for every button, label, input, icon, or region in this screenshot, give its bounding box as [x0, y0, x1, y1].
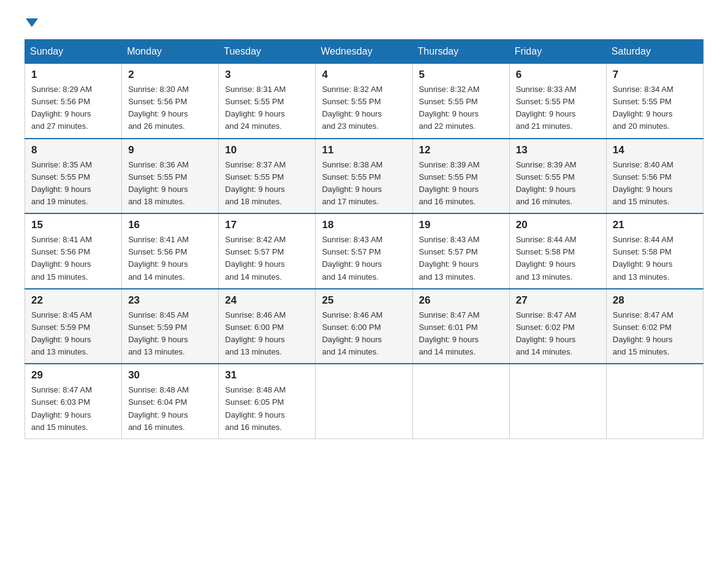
- day-number: 29: [31, 369, 115, 381]
- logo-arrow-icon: [26, 18, 38, 27]
- day-info: Sunrise: 8:47 AMSunset: 6:01 PMDaylight:…: [419, 309, 503, 359]
- weekday-header-wednesday: Wednesday: [316, 40, 412, 64]
- calendar-day-cell: 7Sunrise: 8:34 AMSunset: 5:55 PMDaylight…: [606, 64, 703, 139]
- day-number: 6: [516, 69, 600, 81]
- calendar-day-cell: 5Sunrise: 8:32 AMSunset: 5:55 PMDaylight…: [412, 64, 509, 139]
- weekday-header-row: SundayMondayTuesdayWednesdayThursdayFrid…: [25, 40, 703, 64]
- day-number: 31: [225, 369, 309, 381]
- calendar-day-cell: 13Sunrise: 8:39 AMSunset: 5:55 PMDayligh…: [509, 139, 606, 214]
- day-info: Sunrise: 8:46 AMSunset: 6:00 PMDaylight:…: [322, 309, 406, 359]
- calendar-day-cell: 27Sunrise: 8:47 AMSunset: 6:02 PMDayligh…: [509, 289, 606, 364]
- calendar-day-cell: 24Sunrise: 8:46 AMSunset: 6:00 PMDayligh…: [219, 289, 316, 364]
- calendar-day-cell: 19Sunrise: 8:43 AMSunset: 5:57 PMDayligh…: [412, 213, 509, 289]
- day-info: Sunrise: 8:35 AMSunset: 5:55 PMDaylight:…: [31, 159, 115, 209]
- calendar-day-cell: 23Sunrise: 8:45 AMSunset: 5:59 PMDayligh…: [122, 289, 219, 364]
- calendar-day-cell: 11Sunrise: 8:38 AMSunset: 5:55 PMDayligh…: [316, 139, 412, 214]
- calendar-day-cell: 16Sunrise: 8:41 AMSunset: 5:56 PMDayligh…: [122, 213, 219, 289]
- weekday-header-monday: Monday: [122, 40, 219, 64]
- day-info: Sunrise: 8:41 AMSunset: 5:56 PMDaylight:…: [31, 234, 115, 283]
- calendar-week-row: 8Sunrise: 8:35 AMSunset: 5:55 PMDaylight…: [25, 139, 703, 214]
- day-number: 27: [516, 294, 600, 307]
- day-info: Sunrise: 8:42 AMSunset: 5:57 PMDaylight:…: [225, 234, 309, 283]
- day-number: 24: [225, 294, 309, 307]
- day-number: 22: [31, 294, 115, 307]
- calendar-day-cell: 8Sunrise: 8:35 AMSunset: 5:55 PMDaylight…: [25, 139, 122, 214]
- day-info: Sunrise: 8:33 AMSunset: 5:55 PMDaylight:…: [516, 83, 600, 133]
- calendar-day-cell: 25Sunrise: 8:46 AMSunset: 6:00 PMDayligh…: [316, 289, 412, 364]
- calendar-day-cell: 15Sunrise: 8:41 AMSunset: 5:56 PMDayligh…: [25, 213, 122, 289]
- day-number: 1: [31, 69, 115, 81]
- day-info: Sunrise: 8:44 AMSunset: 5:58 PMDaylight:…: [516, 234, 600, 283]
- calendar-day-cell: 9Sunrise: 8:36 AMSunset: 5:55 PMDaylight…: [122, 139, 219, 214]
- calendar-week-row: 1Sunrise: 8:29 AMSunset: 5:56 PMDaylight…: [25, 64, 703, 139]
- day-info: Sunrise: 8:29 AMSunset: 5:56 PMDaylight:…: [31, 83, 115, 133]
- day-info: Sunrise: 8:47 AMSunset: 6:02 PMDaylight:…: [613, 309, 697, 359]
- day-info: Sunrise: 8:48 AMSunset: 6:05 PMDaylight:…: [225, 384, 309, 434]
- calendar-day-cell: [412, 364, 509, 439]
- day-info: Sunrise: 8:43 AMSunset: 5:57 PMDaylight:…: [322, 234, 406, 283]
- calendar-day-cell: 29Sunrise: 8:47 AMSunset: 6:03 PMDayligh…: [25, 364, 122, 439]
- calendar-day-cell: 3Sunrise: 8:31 AMSunset: 5:55 PMDaylight…: [219, 64, 316, 139]
- calendar-day-cell: [316, 364, 412, 439]
- day-number: 30: [128, 369, 212, 381]
- day-info: Sunrise: 8:39 AMSunset: 5:55 PMDaylight:…: [516, 159, 600, 209]
- logo: [25, 18, 39, 27]
- day-info: Sunrise: 8:47 AMSunset: 6:02 PMDaylight:…: [516, 309, 600, 359]
- calendar-day-cell: 28Sunrise: 8:47 AMSunset: 6:02 PMDayligh…: [606, 289, 703, 364]
- calendar-day-cell: 14Sunrise: 8:40 AMSunset: 5:56 PMDayligh…: [606, 139, 703, 214]
- day-number: 20: [516, 219, 600, 231]
- day-info: Sunrise: 8:32 AMSunset: 5:55 PMDaylight:…: [322, 83, 406, 133]
- day-number: 17: [225, 219, 309, 231]
- day-info: Sunrise: 8:44 AMSunset: 5:58 PMDaylight:…: [613, 234, 697, 283]
- calendar-day-cell: 12Sunrise: 8:39 AMSunset: 5:55 PMDayligh…: [412, 139, 509, 214]
- calendar-day-cell: 4Sunrise: 8:32 AMSunset: 5:55 PMDaylight…: [316, 64, 412, 139]
- day-number: 5: [419, 69, 503, 81]
- day-number: 7: [613, 69, 697, 81]
- day-number: 26: [419, 294, 503, 307]
- calendar-day-cell: 2Sunrise: 8:30 AMSunset: 5:56 PMDaylight…: [122, 64, 219, 139]
- page-header: [25, 18, 703, 27]
- calendar-day-cell: 22Sunrise: 8:45 AMSunset: 5:59 PMDayligh…: [25, 289, 122, 364]
- calendar-day-cell: 30Sunrise: 8:48 AMSunset: 6:04 PMDayligh…: [122, 364, 219, 439]
- calendar-week-row: 29Sunrise: 8:47 AMSunset: 6:03 PMDayligh…: [25, 364, 703, 439]
- calendar-day-cell: 17Sunrise: 8:42 AMSunset: 5:57 PMDayligh…: [219, 213, 316, 289]
- calendar-week-row: 22Sunrise: 8:45 AMSunset: 5:59 PMDayligh…: [25, 289, 703, 364]
- day-number: 13: [516, 144, 600, 156]
- calendar-day-cell: 31Sunrise: 8:48 AMSunset: 6:05 PMDayligh…: [219, 364, 316, 439]
- day-info: Sunrise: 8:31 AMSunset: 5:55 PMDaylight:…: [225, 83, 309, 133]
- day-info: Sunrise: 8:39 AMSunset: 5:55 PMDaylight:…: [419, 159, 503, 209]
- day-info: Sunrise: 8:38 AMSunset: 5:55 PMDaylight:…: [322, 159, 406, 209]
- day-number: 2: [128, 69, 212, 81]
- day-number: 18: [322, 219, 406, 231]
- day-info: Sunrise: 8:36 AMSunset: 5:55 PMDaylight:…: [128, 159, 212, 209]
- weekday-header-saturday: Saturday: [606, 40, 703, 64]
- day-info: Sunrise: 8:34 AMSunset: 5:55 PMDaylight:…: [613, 83, 697, 133]
- calendar-day-cell: 6Sunrise: 8:33 AMSunset: 5:55 PMDaylight…: [509, 64, 606, 139]
- day-info: Sunrise: 8:41 AMSunset: 5:56 PMDaylight:…: [128, 234, 212, 283]
- day-info: Sunrise: 8:40 AMSunset: 5:56 PMDaylight:…: [613, 159, 697, 209]
- day-number: 8: [31, 144, 115, 156]
- day-info: Sunrise: 8:37 AMSunset: 5:55 PMDaylight:…: [225, 159, 309, 209]
- day-number: 21: [613, 219, 697, 231]
- day-number: 19: [419, 219, 503, 231]
- day-number: 15: [31, 219, 115, 231]
- day-info: Sunrise: 8:45 AMSunset: 5:59 PMDaylight:…: [128, 309, 212, 359]
- day-number: 10: [225, 144, 309, 156]
- day-info: Sunrise: 8:48 AMSunset: 6:04 PMDaylight:…: [128, 384, 212, 434]
- day-info: Sunrise: 8:30 AMSunset: 5:56 PMDaylight:…: [128, 83, 212, 133]
- calendar-day-cell: [509, 364, 606, 439]
- weekday-header-friday: Friday: [509, 40, 606, 64]
- calendar-table: SundayMondayTuesdayWednesdayThursdayFrid…: [25, 39, 703, 439]
- calendar-day-cell: 18Sunrise: 8:43 AMSunset: 5:57 PMDayligh…: [316, 213, 412, 289]
- day-number: 11: [322, 144, 406, 156]
- calendar-day-cell: 10Sunrise: 8:37 AMSunset: 5:55 PMDayligh…: [219, 139, 316, 214]
- day-number: 14: [613, 144, 697, 156]
- day-number: 12: [419, 144, 503, 156]
- calendar-day-cell: 20Sunrise: 8:44 AMSunset: 5:58 PMDayligh…: [509, 213, 606, 289]
- day-number: 4: [322, 69, 406, 81]
- calendar-day-cell: 21Sunrise: 8:44 AMSunset: 5:58 PMDayligh…: [606, 213, 703, 289]
- calendar-day-cell: 26Sunrise: 8:47 AMSunset: 6:01 PMDayligh…: [412, 289, 509, 364]
- day-info: Sunrise: 8:32 AMSunset: 5:55 PMDaylight:…: [419, 83, 503, 133]
- calendar-day-cell: [606, 364, 703, 439]
- day-info: Sunrise: 8:43 AMSunset: 5:57 PMDaylight:…: [419, 234, 503, 283]
